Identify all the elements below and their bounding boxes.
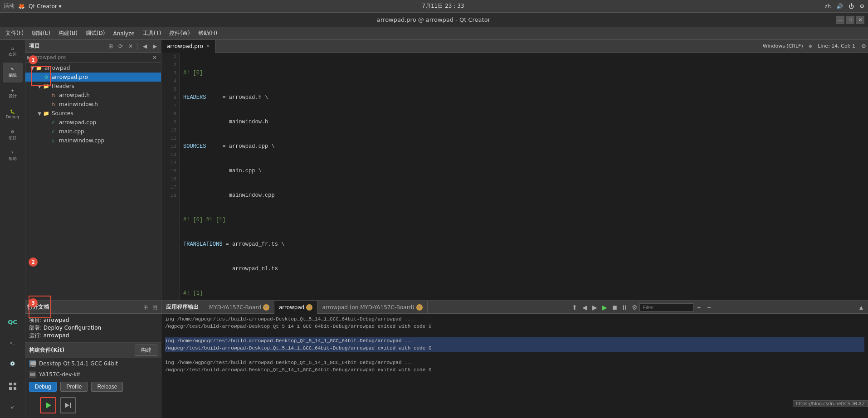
tree-item-mainwindow-h[interactable]: h mainwindow.h [25, 100, 161, 109]
sync-button[interactable]: ⟳ [116, 42, 125, 51]
code-line-5: main.cpp \ [183, 167, 864, 175]
menu-help[interactable]: 帮助(H) [195, 28, 221, 39]
menu-widgets[interactable]: 控件(W) [166, 28, 193, 39]
sidebar-item-apps[interactable] [3, 376, 23, 396]
sidebar-item-edit[interactable]: ✎ 编辑 [3, 63, 23, 83]
sidebar-item-debug[interactable]: 🐛 Debug [3, 104, 23, 124]
output-text-7: ing /home/wgpcgr/test/build-arrowpad-Des… [165, 360, 414, 365]
activities-label[interactable]: 活动 [4, 2, 15, 10]
tree-item-root[interactable]: ▼ 📁 arrowpad [25, 63, 161, 73]
arrowpad-tab-close[interactable]: ✕ [306, 304, 312, 311]
filter-remove-button[interactable]: − [704, 302, 714, 312]
tree-item-main-cpp[interactable]: c main.cpp [25, 127, 161, 136]
minimize-button[interactable]: — [836, 16, 844, 24]
open-docs-cols[interactable]: ▤ [150, 303, 159, 312]
bottom-tab-myd[interactable]: MYD-YA157C-Board ✕ [205, 301, 274, 314]
nav-next-button[interactable]: ▶ [590, 302, 600, 312]
sidebar-item-welcome[interactable]: ⌂ 欢迎 [3, 42, 23, 62]
arrowpad-board-tab-label: arrowpad (on MYD-YA157C-Board) [322, 304, 414, 311]
expand-arrow[interactable]: ▼ [36, 111, 43, 116]
sidebar-item-dvd[interactable]: 💿 [3, 354, 23, 374]
step-button[interactable] [60, 397, 76, 413]
bottom-panel-header: 打开文档 ⊞ ▤ 应用程序输出 MYD-YA157C-Board ✕ [25, 301, 868, 314]
nav-forward-button[interactable]: ▶ [150, 42, 159, 51]
bottom-tab-arrowpad-board[interactable]: arrowpad (on MYD-YA157C-Board) ✕ [317, 301, 427, 314]
filter-button[interactable]: ⊞ [106, 42, 115, 51]
run-output-button[interactable]: ▶ [600, 302, 610, 312]
config-section: Debug Profile Release [25, 380, 161, 394]
editor-tab-arrowpad-pro[interactable]: arrowpad.pro ✕ [161, 40, 215, 53]
expand-arrow[interactable]: ▼ [36, 84, 43, 89]
help-label: 帮助 [9, 156, 17, 162]
editor-settings-button[interactable]: ⚙ [859, 42, 868, 51]
myd-tab-close[interactable]: ✕ [263, 304, 269, 311]
kit-option-desktop[interactable]: Desktop Qt 5.14.1 GCC 64bit [25, 358, 161, 369]
code-content[interactable]: #! [0] HEADERS = arrowpad.h \ mainwindow… [180, 53, 868, 300]
nav-prev-button[interactable]: ◀ [580, 302, 590, 312]
expand-arrow[interactable]: ▼ [29, 66, 35, 71]
tree-item-sources[interactable]: ▼ 📁 Sources [25, 109, 161, 118]
menu-tools[interactable]: 工具(T) [139, 28, 165, 39]
collapse-panel-button[interactable]: ▲ [856, 302, 866, 312]
svg-rect-0 [9, 383, 12, 385]
kit-option-ya157c[interactable]: YA157C-dev-kit [25, 369, 161, 380]
menu-edit[interactable]: 编辑(E) [28, 28, 54, 39]
filter-input[interactable] [639, 303, 694, 311]
code-line-9: arrowpad_nl.ts [183, 265, 864, 273]
language-indicator[interactable]: zh [824, 3, 831, 10]
code-line-8: TRANSLATIONS = arrowpad_fr.ts \ [183, 240, 864, 248]
sidebar-item-qc[interactable]: QC [3, 312, 23, 332]
project-name-row: 项目: arrowpad [29, 316, 157, 324]
sidebar-item-arrow-down[interactable]: ↙ [3, 397, 23, 417]
apps-icon [8, 382, 17, 391]
arrowpad-board-tab-close[interactable]: ✕ [416, 304, 423, 311]
line-num-1: 1 [173, 53, 176, 61]
tree-item-root-label: arrowpad [44, 65, 70, 71]
settings-output-button[interactable]: ⚙ [629, 302, 639, 312]
output-line-8: /wgpcgr/test/build-arrowpad-Desktop_Qt_5… [165, 366, 864, 374]
run-button[interactable] [40, 397, 56, 413]
editor-tab-close[interactable]: ✕ [206, 44, 210, 49]
upload-button[interactable]: ⬆ [570, 302, 580, 312]
content-area: 项目 ⊞ ⟳ ✕ ◀ ▶ ▶ arrowpad.pro ✕ [25, 40, 868, 418]
power-icon[interactable]: ⏻ [848, 3, 854, 10]
line-num-18: 18 [171, 191, 176, 199]
sidebar-item-terminal[interactable]: >_ [3, 333, 23, 353]
panel-toolbar: 项目 ⊞ ⟳ ✕ ◀ ▶ [25, 40, 161, 53]
header-file-icon: h [50, 92, 57, 99]
main-layout: ⌂ 欢迎 ✎ 编辑 ◈ 设计 🐛 Debug ⚙ 项目 ? 帮助 QC >_ [0, 40, 868, 418]
menu-file[interactable]: 文件(F) [2, 28, 27, 39]
menu-debug[interactable]: 调试(D) [82, 28, 109, 39]
bottom-tab-arrowpad[interactable]: arrowpad ✕ [274, 301, 318, 314]
close-breadcrumb-button[interactable]: ✕ [150, 53, 159, 62]
filter-add-button[interactable]: + [694, 302, 704, 312]
menu-analyze[interactable]: Analyze [109, 29, 138, 38]
tree-item-arrowpad-h-label: arrowpad.h [59, 92, 90, 98]
sidebar-item-projects[interactable]: ⚙ 项目 [3, 125, 23, 145]
welcome-icon: ⌂ [11, 46, 14, 51]
close-panel-button[interactable]: ✕ [126, 42, 135, 51]
tree-item-pro[interactable]: ⚙ arrowpad.pro [25, 73, 161, 82]
config-profile-button[interactable]: Profile [60, 382, 88, 392]
maximize-button[interactable]: □ [846, 16, 854, 24]
nav-back-button[interactable]: ◀ [140, 42, 149, 51]
sidebar-item-help[interactable]: ? 帮助 [3, 146, 23, 166]
settings-icon[interactable]: ⚙ [859, 3, 864, 10]
tree-item-arrowpad-cpp[interactable]: c arrowpad.cpp [25, 118, 161, 127]
tree-item-mainwindow-cpp[interactable]: c mainwindow.cpp [25, 136, 161, 145]
config-debug-button[interactable]: Debug [29, 382, 57, 392]
svg-rect-2 [9, 387, 12, 390]
pause-output-button[interactable]: ⏸ [619, 302, 629, 312]
tree-item-headers[interactable]: ▼ 📁 Headers [25, 82, 161, 91]
close-button[interactable]: ✕ [856, 16, 864, 24]
build-button[interactable]: 构建 [135, 345, 157, 356]
sidebar-item-design[interactable]: ◈ 设计 [3, 83, 23, 103]
editor-content[interactable]: 1 2 3 4 5 6 7 8 9 10 11 12 13 14 [161, 53, 868, 300]
left-sidebar: ⌂ 欢迎 ✎ 编辑 ◈ 设计 🐛 Debug ⚙ 项目 ? 帮助 QC >_ [0, 40, 25, 418]
open-docs-filter[interactable]: ⊞ [141, 303, 150, 312]
audio-icon[interactable]: 🔊 [836, 3, 843, 10]
config-release-button[interactable]: Release [91, 382, 123, 392]
menu-build[interactable]: 构建(B) [55, 28, 81, 39]
tree-item-arrowpad-h[interactable]: h arrowpad.h [25, 91, 161, 100]
stop-output-button[interactable]: ⏹ [610, 302, 619, 312]
